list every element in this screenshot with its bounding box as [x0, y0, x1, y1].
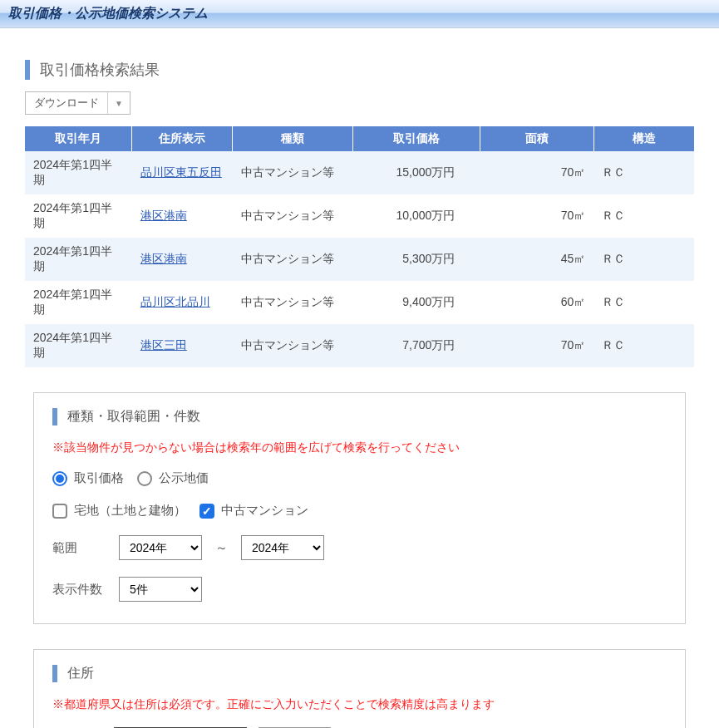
cell-type: 中古マンション等	[233, 324, 353, 367]
cell-area: 45㎡	[480, 238, 593, 281]
table-row: 2024年第1四半期品川区東五反田中古マンション等15,000万円70㎡ＲＣ	[25, 151, 694, 194]
chevron-down-icon: ▼	[108, 96, 130, 111]
checkbox-icon	[199, 504, 214, 519]
cell-address: 品川区東五反田	[132, 151, 233, 194]
cell-type: 中古マンション等	[233, 238, 353, 281]
cell-period: 2024年第1四半期	[25, 194, 132, 238]
cell-structure: ＲＣ	[593, 324, 694, 367]
cell-address: 港区港南	[132, 194, 233, 238]
results-table: 取引年月 住所表示 種類 取引価格 面積 構造 2024年第1四半期品川区東五反…	[25, 126, 694, 367]
app-header: 取引価格・公示地価検索システム	[0, 0, 719, 28]
address-link[interactable]: 港区港南	[140, 209, 187, 222]
cell-type: 中古マンション等	[233, 151, 353, 194]
radio-txn-label: 取引価格	[74, 470, 124, 486]
radio-public-price[interactable]: 公示地価	[137, 470, 209, 486]
range-tilde: ～	[215, 540, 228, 556]
cell-area: 70㎡	[480, 194, 593, 238]
checkbox-icon	[52, 504, 67, 519]
address-panel: 住所 ※都道府県又は住所は必須です。正確にご入力いただくことで検索精度は高まりま…	[33, 649, 686, 728]
cell-structure: ＲＣ	[593, 281, 694, 324]
cell-structure: ＲＣ	[593, 238, 694, 281]
cell-price: 5,300万円	[352, 238, 480, 281]
checkbox-land[interactable]: 宅地（土地と建物）	[52, 503, 186, 519]
address-title: 住所	[52, 665, 667, 682]
cell-address: 港区三田	[132, 324, 233, 367]
cell-area: 70㎡	[480, 151, 593, 194]
main-content: 取引価格検索結果 ダウンロード ▼ 取引年月 住所表示 種類 取引価格 面積 構…	[0, 28, 719, 728]
col-price[interactable]: 取引価格	[352, 126, 480, 151]
cell-structure: ＲＣ	[593, 151, 694, 194]
col-type[interactable]: 種類	[233, 126, 353, 151]
cell-address: 品川区北品川	[132, 281, 233, 324]
col-structure[interactable]: 構造	[593, 126, 694, 151]
results-title: 取引価格検索結果	[25, 60, 694, 80]
year-from-select[interactable]: 2024年	[119, 535, 202, 560]
cell-period: 2024年第1四半期	[25, 281, 132, 324]
filter-title: 種類・取得範囲・件数	[52, 408, 667, 425]
cell-period: 2024年第1四半期	[25, 151, 132, 194]
checkbox-condo-label: 中古マンション	[221, 503, 308, 519]
cell-structure: ＲＣ	[593, 194, 694, 238]
cell-period: 2024年第1四半期	[25, 324, 132, 367]
cell-price: 15,000万円	[352, 151, 480, 194]
download-button[interactable]: ダウンロード ▼	[25, 91, 131, 115]
cell-area: 70㎡	[480, 324, 593, 367]
filter-warning: ※該当物件が見つからない場合は検索年の範囲を広げて検索を行ってください	[52, 440, 667, 455]
count-select[interactable]: 5件	[119, 577, 202, 602]
cell-price: 7,700万円	[352, 324, 480, 367]
checkbox-condo[interactable]: 中古マンション	[199, 503, 308, 519]
radio-public-label: 公示地価	[159, 470, 209, 486]
download-label: ダウンロード	[26, 92, 108, 114]
address-link[interactable]: 品川区北品川	[140, 295, 210, 308]
table-row: 2024年第1四半期港区港南中古マンション等5,300万円45㎡ＲＣ	[25, 238, 694, 281]
cell-type: 中古マンション等	[233, 194, 353, 238]
radio-transaction-price[interactable]: 取引価格	[52, 470, 124, 486]
address-warning: ※都道府県又は住所は必須です。正確にご入力いただくことで検索精度は高まります	[52, 697, 667, 712]
cell-price: 9,400万円	[352, 281, 480, 324]
filter-panel: 種類・取得範囲・件数 ※該当物件が見つからない場合は検索年の範囲を広げて検索を行…	[33, 392, 686, 624]
col-period[interactable]: 取引年月	[25, 126, 132, 151]
col-address[interactable]: 住所表示	[132, 126, 233, 151]
radio-icon	[137, 471, 152, 486]
cell-period: 2024年第1四半期	[25, 238, 132, 281]
address-link[interactable]: 港区港南	[140, 252, 187, 265]
checkbox-land-label: 宅地（土地と建物）	[74, 503, 186, 519]
year-to-select[interactable]: 2024年	[241, 535, 324, 560]
table-row: 2024年第1四半期港区港南中古マンション等10,000万円70㎡ＲＣ	[25, 194, 694, 238]
address-link[interactable]: 港区三田	[140, 338, 187, 352]
cell-address: 港区港南	[132, 238, 233, 281]
col-area[interactable]: 面積	[480, 126, 593, 151]
address-link[interactable]: 品川区東五反田	[140, 165, 222, 179]
radio-icon	[52, 471, 67, 486]
table-row: 2024年第1四半期品川区北品川中古マンション等9,400万円60㎡ＲＣ	[25, 281, 694, 324]
cell-type: 中古マンション等	[233, 281, 353, 324]
app-title: 取引価格・公示地価検索システム	[8, 5, 711, 22]
cell-price: 10,000万円	[352, 194, 480, 238]
count-label: 表示件数	[52, 582, 106, 598]
cell-area: 60㎡	[480, 281, 593, 324]
table-row: 2024年第1四半期港区三田中古マンション等7,700万円70㎡ＲＣ	[25, 324, 694, 367]
range-label: 範囲	[52, 540, 106, 556]
